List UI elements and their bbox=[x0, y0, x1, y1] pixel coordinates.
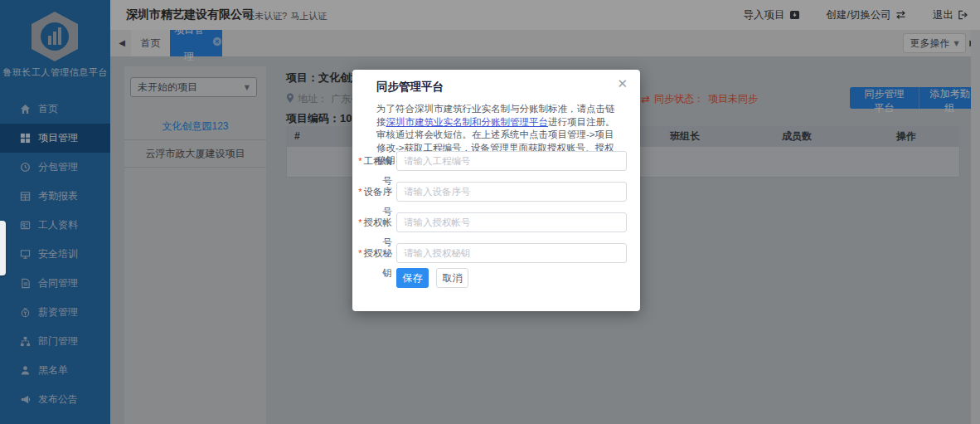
required-asterisk: * bbox=[358, 217, 361, 227]
form-row-auth-secret: *授权秘钥 bbox=[352, 243, 640, 263]
field-label: *授权秘钥 bbox=[352, 243, 392, 283]
form-row-device-serial: *设备序号 bbox=[352, 182, 640, 202]
realname-platform-link[interactable]: 深圳市建筑业实名制和分账制管理平台 bbox=[386, 117, 549, 127]
sidebar-collapse-handle[interactable] bbox=[0, 221, 6, 275]
auth-account-input[interactable] bbox=[396, 212, 627, 232]
close-icon[interactable]: ✕ bbox=[617, 76, 628, 91]
form-row-auth-account: *授权帐号 bbox=[352, 212, 640, 232]
project-code-input[interactable] bbox=[396, 151, 627, 171]
app-window: 鲁班长工人管理信息平台 首页 项目管理 分包管理 考勤报表 工人资料 bbox=[0, 0, 980, 424]
modal-title: 同步管理平台 bbox=[376, 80, 444, 95]
auth-secret-input[interactable] bbox=[396, 243, 627, 263]
required-asterisk: * bbox=[358, 187, 361, 197]
required-asterisk: * bbox=[358, 156, 361, 166]
cancel-button[interactable]: 取消 bbox=[436, 268, 468, 288]
required-asterisk: * bbox=[358, 248, 361, 258]
save-button[interactable]: 保存 bbox=[396, 268, 429, 288]
form-row-project-code: *工程编号 bbox=[352, 151, 640, 171]
modal-actions: 保存 取消 bbox=[396, 268, 468, 288]
device-serial-input[interactable] bbox=[396, 182, 627, 202]
sync-platform-modal: 同步管理平台 ✕ 为了符合深圳市建筑行业实名制与分账制标准，请点击链接深圳市建筑… bbox=[352, 70, 640, 311]
